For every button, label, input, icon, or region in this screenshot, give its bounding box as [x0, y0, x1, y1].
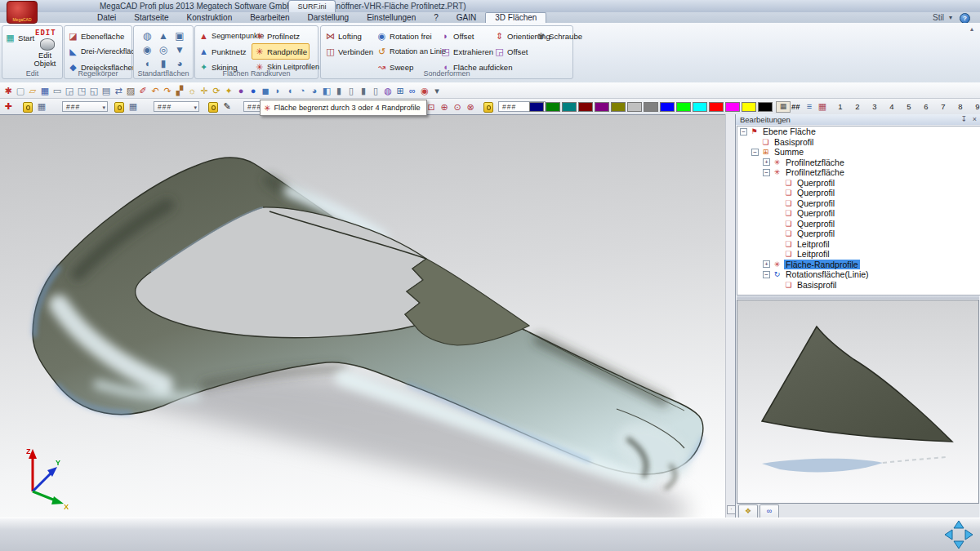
color-swatch-cyan[interactable] [693, 102, 707, 112]
color-swatch-magenta[interactable] [725, 102, 740, 112]
tree-expander[interactable]: + [763, 260, 770, 268]
lock-layer-icon[interactable] [114, 102, 124, 113]
import-document-icon[interactable]: ◱ [88, 84, 100, 97]
tree-item-ebene-flaeche[interactable]: − ⚑ Ebene Fläche [737, 127, 980, 137]
panel-splitter[interactable] [737, 295, 979, 299]
light-icon[interactable]: ☼ [186, 84, 198, 97]
layer-mode-icon[interactable]: ▦ [127, 100, 139, 113]
offset-button[interactable]: ◗ Offset [440, 29, 474, 43]
tree-item-basisprofil-2[interactable]: ❏ Basisprofil [737, 280, 980, 291]
pin-icon[interactable]: ↧ [960, 114, 967, 125]
color-swatch-lime[interactable] [676, 102, 691, 112]
tree-expander[interactable]: − [740, 128, 747, 136]
zoom-all-icon[interactable]: ⊗ [464, 100, 477, 114]
erase-icon[interactable]: ✐ [137, 84, 149, 97]
color-swatch-yellow[interactable] [742, 102, 756, 112]
tree-item-querprofil-1[interactable]: ❏ Querprofil [737, 178, 980, 189]
rotation-an-linie-button[interactable]: ↺ Rotation an Linie [376, 44, 446, 59]
menu-datei[interactable]: Datei [88, 12, 125, 23]
cylinder-open-icon[interactable]: ▯ [345, 84, 357, 97]
open-folder-icon[interactable]: ▱ [27, 84, 38, 97]
color-wheel-icon[interactable]: ◉ [419, 84, 430, 97]
surface-flat-icon[interactable]: ◗ [272, 84, 283, 97]
sphere-purple-icon[interactable]: ● [235, 84, 247, 97]
crosshair-plus-icon[interactable]: ✚ [2, 100, 14, 113]
color-swatch-black[interactable] [758, 102, 773, 112]
page-button-1[interactable]: 1 [835, 101, 846, 112]
torusflaeche-icon[interactable]: ◎ [155, 43, 172, 57]
tree-item-summe[interactable]: − ⊞ Summe [737, 147, 980, 158]
stripes-icon[interactable]: ▦ [817, 100, 828, 113]
offset2-button[interactable]: ◲ Offset [494, 44, 528, 59]
print-icon[interactable]: ▭ [51, 84, 63, 97]
move-tool-icon[interactable]: ✛ [198, 84, 210, 97]
layer-list-icon[interactable]: ≡ [804, 100, 815, 113]
toolbar-overflow-icon[interactable]: ▾ [431, 84, 443, 97]
structure-tree-icon[interactable]: ⊞ [394, 84, 406, 97]
menu-darstellung[interactable]: Darstellung [299, 12, 359, 23]
start-button[interactable]: ▦ Start [5, 30, 34, 45]
lofting-button[interactable]: ⋈ Lofting [325, 29, 362, 43]
surface-quarter-icon[interactable]: ◔ [296, 84, 308, 97]
page-button-4[interactable]: 4 [886, 101, 898, 112]
tree-item-querprofil-6[interactable]: ❏ Querprofil [737, 229, 980, 239]
verbinden-button[interactable]: ◫ Verbinden [325, 44, 373, 59]
rotation-frei-button[interactable]: ◉ Rotation frei [376, 29, 432, 43]
menu-help[interactable]: ? [425, 12, 448, 23]
panel-surface-icon[interactable]: ◧ [321, 84, 332, 97]
ebeneflaeche-button[interactable]: ◪ Ebenefläche [68, 29, 124, 43]
cylinder-shell-icon[interactable]: ▯ [370, 84, 381, 97]
lock-zoom-icon[interactable] [483, 102, 493, 113]
surface-preview[interactable] [737, 300, 979, 504]
tree-expander[interactable]: − [751, 149, 759, 156]
menu-gain[interactable]: GAIN [448, 12, 485, 23]
tree-item-profilnetzflaeche-2[interactable]: − ✳ Profilnetzfläche [737, 167, 980, 178]
tree-item-querprofil-4[interactable]: ❏ Querprofil [737, 208, 980, 219]
pen-icon[interactable]: ✎ [221, 100, 233, 113]
surface-three-quarter-icon[interactable]: ◕ [309, 84, 320, 97]
tree-expander[interactable]: + [763, 158, 770, 166]
schraube-button[interactable]: ✾ Schraube [536, 29, 582, 43]
page-button-3[interactable]: 3 [869, 101, 880, 112]
kegelflaeche-icon[interactable]: ▲ [155, 29, 172, 43]
menu-startseite[interactable]: Startseite [125, 12, 177, 23]
tree-item-basisprofil[interactable]: ❏ Basisprofil [737, 137, 980, 148]
color-swatch-blue[interactable] [660, 102, 675, 112]
edit-object-icon[interactable] [40, 38, 55, 51]
preview-tab-profiles[interactable]: ∞ [760, 504, 779, 518]
tree-expander[interactable]: − [763, 271, 770, 278]
hash-label[interactable]: ## [791, 101, 800, 112]
preview-tab-material[interactable]: ❖ [738, 504, 758, 518]
stamp-icon[interactable]: ▨ [125, 84, 136, 97]
zoom-in-icon[interactable]: ⊕ [438, 100, 451, 114]
color-swatch-green[interactable] [546, 102, 560, 112]
lock-group-icon[interactable] [23, 102, 33, 113]
viewport-3d[interactable]: Z Y X [0, 114, 725, 518]
page-button-7[interactable]: 7 [938, 101, 949, 112]
extrahieren-button[interactable]: ◳ Extrahieren [440, 44, 493, 59]
style-caret-icon[interactable]: ▾ [949, 12, 952, 23]
color-swatch-olive[interactable] [611, 102, 626, 112]
randprofile-button[interactable]: ✳ Randprofile [252, 43, 310, 60]
rotationskoerper-icon[interactable]: ▼ [172, 43, 188, 57]
edit-object-button[interactable]: Edit Objekt [27, 51, 63, 68]
rings-icon[interactable]: ∞ [407, 84, 418, 97]
lock-pen-icon[interactable] [208, 102, 218, 113]
color-swatch-navy[interactable] [529, 102, 544, 112]
menu-3d-flaechen[interactable]: 3D Flächen [485, 12, 546, 23]
layer-select-dropdown[interactable]: ###▾ [154, 101, 199, 112]
group-mode-icon[interactable]: ▦ [36, 100, 47, 113]
sphere-blue-icon[interactable]: ● [247, 84, 259, 97]
page-button-2[interactable]: 2 [852, 101, 863, 112]
prismaflaeche-icon[interactable]: ▣ [172, 29, 188, 43]
color-swatch-silver[interactable] [627, 102, 642, 112]
page-button-8[interactable]: 8 [955, 101, 966, 112]
select-region-icon[interactable]: ▞ [174, 84, 185, 97]
page-button-6[interactable]: 6 [920, 101, 932, 112]
color-swatch-gray[interactable] [644, 102, 658, 112]
cube-icon[interactable]: ◼ [260, 84, 271, 97]
drei-viereckflaeche-button[interactable]: ◣ Drei-/Viereckfläche [68, 44, 143, 59]
close-icon[interactable]: × [973, 114, 977, 125]
file-transfer-icon[interactable]: ⇄ [113, 84, 124, 97]
menu-bearbeiten[interactable]: Bearbeiten [241, 12, 298, 23]
